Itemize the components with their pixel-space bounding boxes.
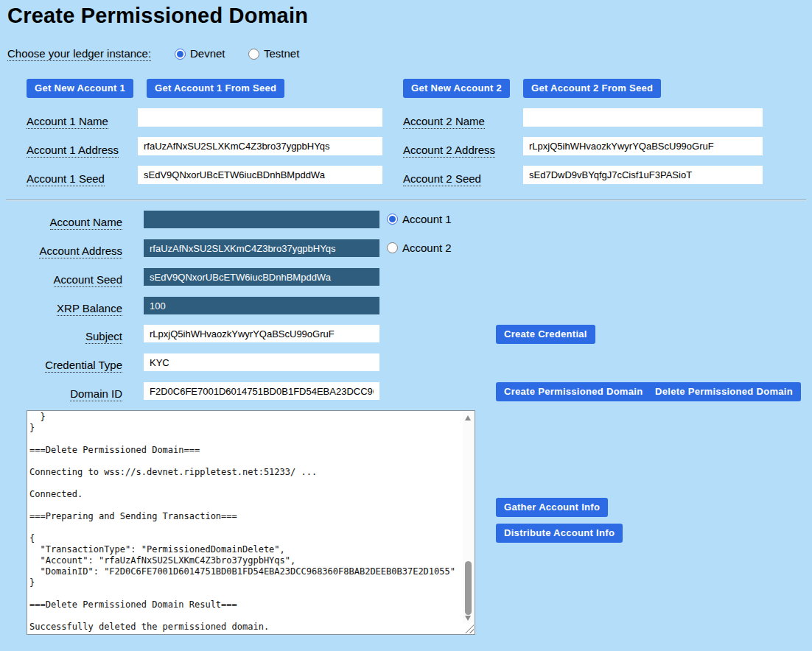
account2-name-input[interactable] bbox=[523, 108, 763, 127]
page-title: Create Permissioned Domain bbox=[7, 4, 308, 28]
scroll-up-icon[interactable] bbox=[465, 415, 471, 420]
account2-address-label: Account 2 Address bbox=[403, 144, 495, 156]
distribute-account-info-button[interactable]: Distribute Account Info bbox=[496, 524, 623, 543]
xrp-balance-input[interactable] bbox=[144, 297, 379, 314]
get-account2-from-seed-button[interactable]: Get Account 2 From Seed bbox=[523, 79, 661, 98]
account1-seed-input[interactable] bbox=[138, 166, 382, 184]
get-new-account2-button[interactable]: Get New Account 2 bbox=[403, 79, 510, 98]
testnet-radio-label: Testnet bbox=[264, 47, 299, 60]
use-account1-radio[interactable] bbox=[387, 214, 398, 225]
use-account1-radio-label: Account 1 bbox=[402, 213, 452, 225]
gather-account-info-button[interactable]: Gather Account Info bbox=[496, 498, 608, 517]
results-console[interactable]: } } ===Delete Permissioned Domain=== Con… bbox=[27, 410, 475, 635]
account2-seed-label: Account 2 Seed bbox=[403, 172, 481, 185]
account1-address-input[interactable] bbox=[138, 137, 382, 155]
subject-input[interactable] bbox=[144, 325, 379, 342]
account-seed-label: Account Seed bbox=[0, 273, 122, 286]
get-new-account1-button[interactable]: Get New Account 1 bbox=[27, 79, 133, 98]
subject-label: Subject bbox=[0, 330, 122, 342]
domain-id-input[interactable] bbox=[144, 382, 379, 400]
account1-name-input[interactable] bbox=[138, 108, 382, 127]
create-permissioned-domain-page: Create Permissioned Domain Choose your l… bbox=[0, 0, 812, 651]
create-permissioned-domain-button[interactable]: Create Permissioned Domain bbox=[496, 382, 651, 401]
scroll-down-icon[interactable] bbox=[465, 616, 471, 621]
section-divider bbox=[6, 200, 806, 201]
credential-type-input[interactable] bbox=[144, 353, 379, 371]
account-address-input[interactable] bbox=[144, 239, 379, 257]
account-address-label: Account Address bbox=[0, 244, 122, 257]
account-name-label: Account Name bbox=[0, 216, 122, 228]
console-scrollbar[interactable] bbox=[463, 412, 474, 624]
testnet-radio[interactable] bbox=[248, 49, 259, 60]
credential-type-label: Credential Type bbox=[0, 359, 122, 371]
create-credential-button[interactable]: Create Credential bbox=[496, 325, 595, 344]
account1-name-label: Account 1 Name bbox=[27, 115, 108, 127]
console-output-text: } } ===Delete Permissioned Domain=== Con… bbox=[27, 411, 463, 634]
scrollbar-thumb[interactable] bbox=[465, 561, 472, 615]
resize-grip-icon[interactable] bbox=[465, 624, 474, 633]
delete-permissioned-domain-button[interactable]: Delete Permissioned Domain bbox=[647, 382, 801, 401]
account1-seed-label: Account 1 Seed bbox=[27, 172, 105, 185]
account2-address-input[interactable] bbox=[523, 137, 763, 155]
xrp-balance-label: XRP Balance bbox=[0, 302, 122, 314]
account-name-input[interactable] bbox=[144, 211, 379, 228]
devnet-radio[interactable] bbox=[175, 49, 186, 60]
account-seed-input[interactable] bbox=[144, 268, 379, 286]
ledger-instance-label: Choose your ledger instance: bbox=[7, 47, 151, 60]
get-account1-from-seed-button[interactable]: Get Account 1 From Seed bbox=[147, 79, 284, 98]
domain-id-label: Domain ID bbox=[0, 387, 122, 400]
account2-seed-input[interactable] bbox=[523, 166, 763, 184]
use-account2-radio[interactable] bbox=[387, 242, 398, 253]
use-account2-radio-label: Account 2 bbox=[402, 242, 452, 254]
account2-name-label: Account 2 Name bbox=[403, 115, 485, 127]
devnet-radio-label: Devnet bbox=[190, 47, 225, 60]
account1-address-label: Account 1 Address bbox=[27, 144, 119, 156]
